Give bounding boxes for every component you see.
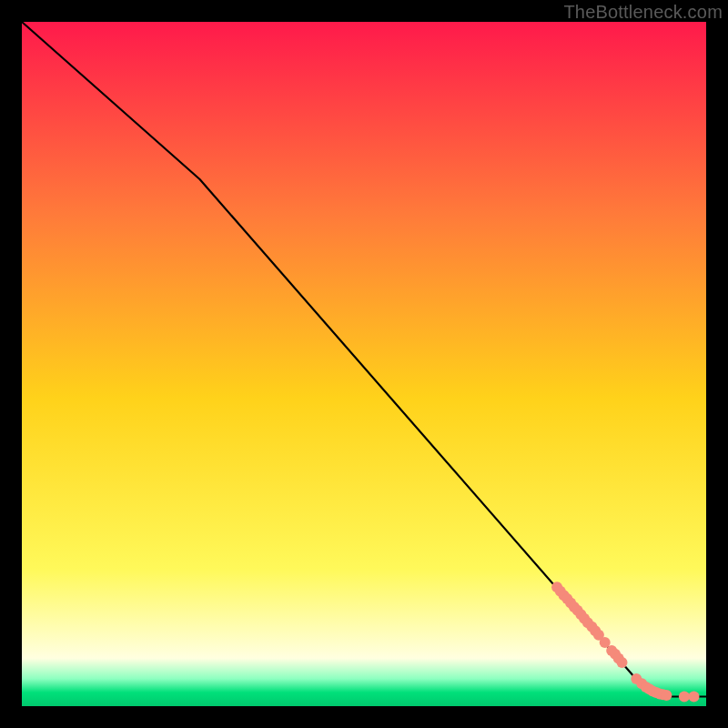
watermark-label: TheBottleneck.com [563,2,723,23]
marker-dot [617,657,628,668]
plot-area [22,22,706,706]
marker-dot [679,692,690,703]
chart-svg [0,0,728,728]
chart-stage: TheBottleneck.com [0,0,728,728]
marker-dot [689,692,700,703]
marker-dot [661,690,672,701]
